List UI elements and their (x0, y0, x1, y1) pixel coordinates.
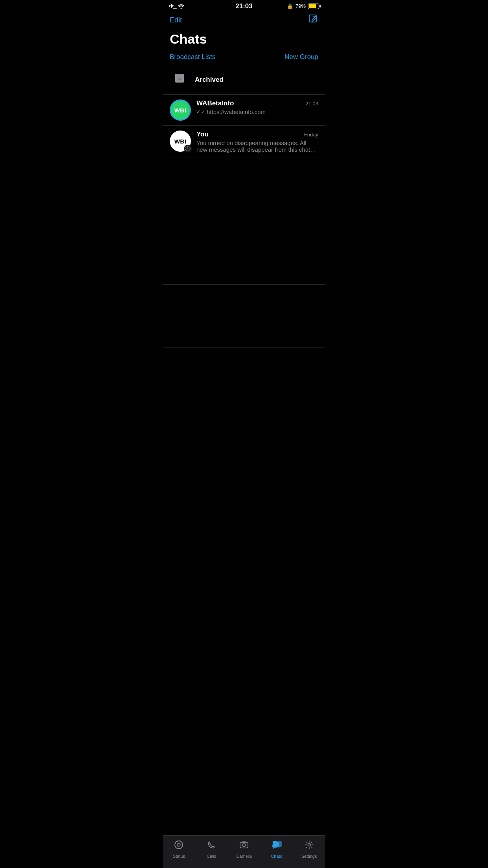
new-group-button[interactable]: New Group (284, 53, 318, 61)
status-right: 🔒 79% (287, 3, 319, 9)
lock-icon: 🔒 (287, 3, 293, 9)
battery-percent: 79% (295, 3, 306, 9)
airplane-icon (169, 2, 174, 10)
broadcast-lists-button[interactable]: Broadcast Lists (170, 53, 215, 61)
chat-preview: ✓✓ https://wabetainfo.com (196, 108, 318, 115)
status-left: ︭ (169, 2, 184, 10)
battery-fill (309, 4, 316, 8)
chat-message: You turned on disappearing messages. All… (196, 140, 318, 153)
chat-name: WABetaInfo (196, 99, 234, 107)
double-check-icon: ✓✓ (196, 109, 205, 115)
chat-time: Friday (304, 132, 318, 138)
chat-message: https://wabetainfo.com (207, 108, 318, 115)
chat-top: WABetaInfo 21:03 (196, 99, 318, 107)
list-item[interactable]: WBI You Friday You turned on disappearin… (163, 126, 325, 158)
svg-rect-2 (175, 74, 184, 76)
archived-label: Archived (195, 76, 224, 84)
chat-info: You Friday You turned on disappearing me… (196, 131, 318, 153)
chat-top: You Friday (196, 131, 318, 138)
disappearing-timer-badge (184, 145, 192, 153)
compose-icon[interactable] (308, 14, 318, 27)
avatar-text: WBI (174, 138, 187, 145)
archive-box-icon (173, 72, 186, 88)
page-title: Chats (163, 28, 325, 53)
divider-2 (163, 284, 325, 285)
chat-info: WABetaInfo 21:03 ✓✓ https://wabetainfo.c… (196, 99, 318, 115)
avatar: WBI (170, 131, 191, 152)
chat-time: 21:03 (305, 101, 318, 107)
header-bar: Edit (163, 11, 325, 28)
status-time: 21:03 (235, 2, 252, 10)
archived-row[interactable]: Archived (163, 65, 325, 95)
action-row: Broadcast Lists New Group (163, 53, 325, 65)
list-item[interactable]: WBI WABetaInfo 21:03 ✓✓ https://wabetain… (163, 95, 325, 126)
avatar-text: WBI (174, 107, 187, 114)
chat-preview: You turned on disappearing messages. All… (196, 140, 318, 153)
status-bar: ︭ 21:03 🔒 79% (163, 0, 325, 11)
battery-icon (308, 4, 319, 9)
archive-icon-wrap (170, 70, 189, 90)
avatar: WBI (170, 99, 191, 121)
wifi-icon: ︭ (176, 3, 184, 10)
chat-list: Archived WBI WABetaInfo 21:03 ✓✓ https:/… (163, 65, 325, 158)
chat-name: You (196, 131, 209, 138)
divider-3 (163, 348, 325, 348)
edit-button[interactable]: Edit (170, 16, 182, 24)
divider-1 (163, 221, 325, 221)
svg-point-0 (181, 8, 182, 9)
